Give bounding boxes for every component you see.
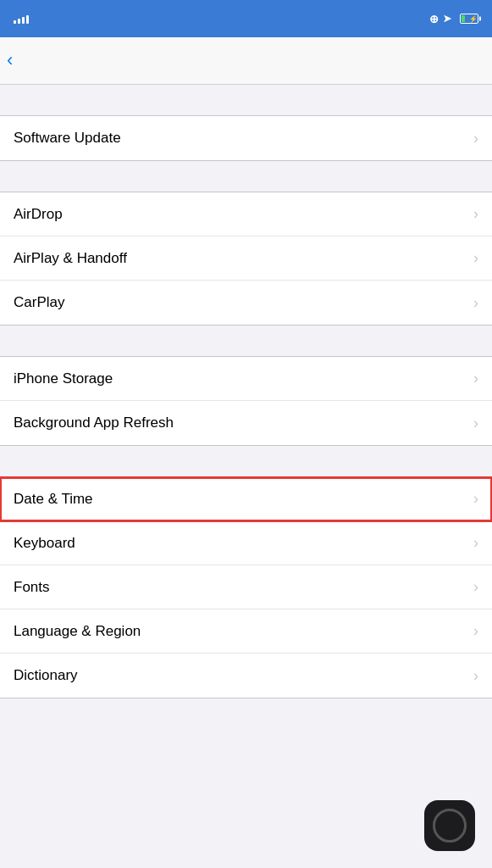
status-bar: ⊕ ➤ ⚡ xyxy=(0,0,492,37)
section-separator-final xyxy=(0,698,492,729)
battery-fill xyxy=(462,15,465,22)
list-item-background-app-refresh[interactable]: Background App Refresh› xyxy=(0,401,492,445)
list-item-keyboard[interactable]: Keyboard› xyxy=(0,521,492,565)
list-item-fonts[interactable]: Fonts› xyxy=(0,565,492,609)
chevron-icon-airplay-handoff: › xyxy=(473,249,478,267)
chevron-icon-background-app-refresh: › xyxy=(473,415,478,432)
assistive-touch-button[interactable] xyxy=(424,800,475,851)
label-date-time: Date & Time xyxy=(14,491,93,508)
chevron-icon-date-time: › xyxy=(473,490,478,508)
label-carplay: CarPlay xyxy=(14,294,64,311)
label-fonts: Fonts xyxy=(14,579,50,596)
label-language-region: Language & Region xyxy=(14,623,141,640)
chevron-icon-software-update: › xyxy=(473,130,478,147)
chevron-icon-iphone-storage: › xyxy=(473,370,478,387)
label-software-update: Software Update xyxy=(14,130,121,147)
list-item-airplay-handoff[interactable]: AirPlay & Handoff› xyxy=(0,236,492,281)
chevron-icon-carplay: › xyxy=(473,294,478,312)
label-dictionary: Dictionary xyxy=(14,667,78,684)
list-item-airdrop[interactable]: AirDrop› xyxy=(0,192,492,236)
signal-icon xyxy=(14,14,29,24)
back-chevron-icon: ‹ xyxy=(7,51,13,70)
battery-icon: ⚡ xyxy=(460,14,478,24)
label-background-app-refresh: Background App Refresh xyxy=(14,415,174,431)
chevron-icon-language-region: › xyxy=(473,622,478,640)
section-separator-0 xyxy=(0,85,492,115)
home-button-inner xyxy=(433,809,467,843)
list-group-3: Date & Time›Keyboard›Fonts›Language & Re… xyxy=(0,476,492,698)
back-button[interactable]: ‹ xyxy=(7,52,14,70)
status-left xyxy=(14,14,36,24)
content: Software Update›AirDrop›AirPlay & Handof… xyxy=(0,85,492,729)
label-keyboard: Keyboard xyxy=(14,535,75,552)
list-group-1: AirDrop›AirPlay & Handoff›CarPlay› xyxy=(0,192,492,326)
status-right: ⊕ ➤ ⚡ xyxy=(429,13,478,25)
list-item-software-update[interactable]: Software Update› xyxy=(0,116,492,160)
section-separator-3 xyxy=(0,446,492,476)
section-separator-2 xyxy=(0,326,492,356)
location-icon: ⊕ xyxy=(429,13,439,25)
bolt-icon: ⚡ xyxy=(469,15,478,23)
list-item-dictionary[interactable]: Dictionary› xyxy=(0,654,492,698)
list-group-0: Software Update› xyxy=(0,115,492,161)
chevron-icon-airdrop: › xyxy=(473,205,478,223)
label-iphone-storage: iPhone Storage xyxy=(14,370,113,387)
list-item-carplay[interactable]: CarPlay› xyxy=(0,281,492,325)
chevron-icon-keyboard: › xyxy=(473,534,478,552)
chevron-icon-fonts: › xyxy=(473,578,478,596)
section-separator-1 xyxy=(0,161,492,192)
nav-bar: ‹ xyxy=(0,37,492,85)
list-group-2: iPhone Storage›Background App Refresh› xyxy=(0,356,492,446)
list-item-iphone-storage[interactable]: iPhone Storage› xyxy=(0,357,492,401)
label-airplay-handoff: AirPlay & Handoff xyxy=(14,250,127,267)
label-airdrop: AirDrop xyxy=(14,206,63,223)
list-item-date-time[interactable]: Date & Time› xyxy=(0,477,492,521)
navigation-icon: ➤ xyxy=(443,13,451,25)
list-item-language-region[interactable]: Language & Region› xyxy=(0,609,492,654)
chevron-icon-dictionary: › xyxy=(473,667,478,685)
